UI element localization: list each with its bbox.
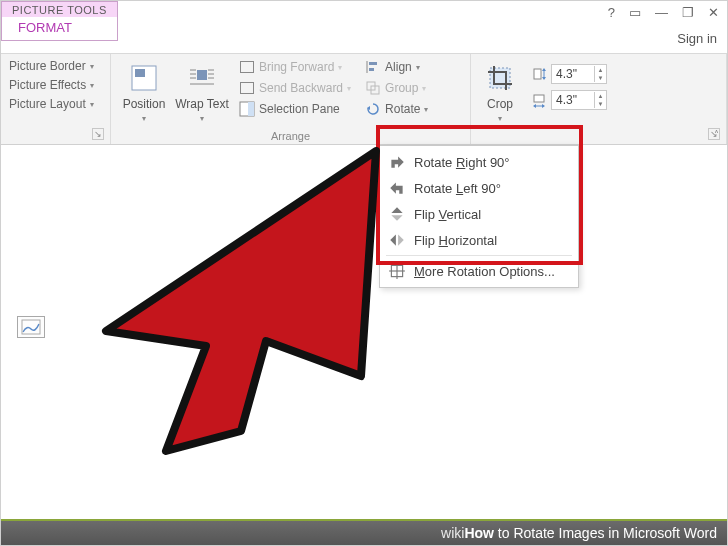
document-area[interactable] xyxy=(1,146,727,519)
caption-text: wikiHow to Rotate Images in Microsoft Wo… xyxy=(441,525,717,541)
height-field[interactable] xyxy=(552,67,594,81)
chevron-down-icon: ▾ xyxy=(416,63,420,72)
chevron-down-icon: ▾ xyxy=(200,114,204,123)
svg-marker-31 xyxy=(390,234,396,245)
help-button[interactable]: ? xyxy=(608,5,615,20)
align-label: Align xyxy=(385,60,412,74)
menu-flip-vertical[interactable]: Flip Vertical xyxy=(380,201,578,227)
chevron-down-icon: ▾ xyxy=(90,81,94,90)
bring-forward-icon xyxy=(239,59,255,75)
app-frame: ? ▭ — ❐ ✕ PICTURE TOOLS FORMAT Sign in P… xyxy=(0,0,728,546)
wrap-text-icon xyxy=(186,62,218,94)
svg-marker-30 xyxy=(391,215,402,221)
layout-options-badge[interactable] xyxy=(17,316,45,338)
ribbon-display-options[interactable]: ▭ xyxy=(629,5,641,20)
close-button[interactable]: ✕ xyxy=(708,5,719,20)
menu-more-rotation-options[interactable]: More Rotation Options... xyxy=(380,258,578,284)
spinner-up[interactable]: ▲ xyxy=(594,66,606,74)
picture-border-label: Picture Border xyxy=(9,59,86,73)
position-label: Position xyxy=(123,97,166,111)
chevron-down-icon: ▾ xyxy=(424,105,428,114)
rotate-label: Rotate xyxy=(385,102,420,116)
group-picture-styles: Picture Border▾ Picture Effects▾ Picture… xyxy=(1,54,111,144)
svg-marker-21 xyxy=(542,68,546,71)
dialog-launcher[interactable]: ↘ xyxy=(92,128,104,140)
picture-effects-button[interactable]: Picture Effects▾ xyxy=(7,77,104,93)
chevron-down-icon: ▾ xyxy=(347,84,351,93)
collapse-ribbon-button[interactable]: ˄ xyxy=(714,129,719,140)
contextual-tab: PICTURE TOOLS FORMAT xyxy=(1,1,118,41)
position-icon xyxy=(128,62,160,94)
flip-horizontal-icon xyxy=(388,232,406,248)
height-input[interactable]: ▲▼ xyxy=(551,64,607,84)
width-field[interactable] xyxy=(552,93,594,107)
group-label-text: Group xyxy=(385,81,418,95)
svg-marker-28 xyxy=(390,182,402,193)
group-icon xyxy=(365,80,381,96)
wrap-text-label: Wrap Text xyxy=(175,97,229,111)
restore-button[interactable]: ❐ xyxy=(682,5,694,20)
picture-effects-label: Picture Effects xyxy=(9,78,86,92)
group-size: Crop ▾ ▲▼ ▲▼ xyxy=(471,54,727,144)
picture-layout-label: Picture Layout xyxy=(9,97,86,111)
send-backward-button[interactable]: Send Backward ▾ xyxy=(237,79,353,97)
wrap-text-button[interactable]: Wrap Text ▾ xyxy=(175,58,229,123)
menu-label: Flip Vertical xyxy=(414,207,481,222)
group-button[interactable]: Group ▾ xyxy=(363,79,430,97)
ribbon: Picture Border▾ Picture Effects▾ Picture… xyxy=(1,53,727,145)
svg-marker-27 xyxy=(391,156,403,167)
more-rotation-icon xyxy=(388,263,406,279)
position-button[interactable]: Position ▾ xyxy=(117,58,171,123)
selection-pane-button[interactable]: Selection Pane xyxy=(237,100,353,118)
picture-layout-button[interactable]: Picture Layout▾ xyxy=(7,96,104,112)
chevron-down-icon: ▾ xyxy=(142,114,146,123)
rotate-left-icon xyxy=(388,180,406,196)
menu-rotate-right-90[interactable]: Rotate Right 90° xyxy=(380,149,578,175)
align-icon xyxy=(365,59,381,75)
picture-border-button[interactable]: Picture Border▾ xyxy=(7,58,104,74)
rotate-right-icon xyxy=(388,154,406,170)
menu-label: Rotate Right 90° xyxy=(414,155,510,170)
chevron-down-icon: ▾ xyxy=(90,62,94,71)
spinner-down[interactable]: ▼ xyxy=(594,74,606,82)
menu-flip-horizontal[interactable]: Flip Horizontal xyxy=(380,227,578,253)
spinner-up[interactable]: ▲ xyxy=(594,92,606,100)
bring-forward-button[interactable]: Bring Forward ▾ xyxy=(237,58,353,76)
align-button[interactable]: Align ▾ xyxy=(363,58,430,76)
height-icon xyxy=(531,66,547,82)
sign-in-link[interactable]: Sign in xyxy=(677,31,717,46)
send-backward-icon xyxy=(239,80,255,96)
group-label-size: ↘ xyxy=(477,140,720,142)
crop-label: Crop xyxy=(487,97,513,111)
rotate-button[interactable]: Rotate ▾ xyxy=(363,100,430,118)
svg-marker-32 xyxy=(398,234,404,245)
svg-marker-26 xyxy=(542,104,545,108)
caption-bar: wikiHow to Rotate Images in Microsoft Wo… xyxy=(1,519,727,545)
tab-format[interactable]: FORMAT xyxy=(1,17,118,41)
svg-rect-14 xyxy=(369,68,374,71)
bring-forward-label: Bring Forward xyxy=(259,60,334,74)
minimize-button[interactable]: — xyxy=(655,5,668,20)
selection-pane-label: Selection Pane xyxy=(259,102,340,116)
menu-rotate-left-90[interactable]: Rotate Left 90° xyxy=(380,175,578,201)
selection-pane-icon xyxy=(239,101,255,117)
spinner-down[interactable]: ▼ xyxy=(594,100,606,108)
menu-label: Rotate Left 90° xyxy=(414,181,501,196)
crop-button[interactable]: Crop ▾ xyxy=(477,58,523,123)
chevron-down-icon: ▾ xyxy=(422,84,426,93)
width-input[interactable]: ▲▼ xyxy=(551,90,607,110)
rotate-menu: Rotate Right 90° Rotate Left 90° Flip Ve… xyxy=(379,145,579,288)
group-label-arrange: Arrange xyxy=(117,128,464,142)
svg-rect-23 xyxy=(534,95,544,102)
chevron-down-icon: ▾ xyxy=(338,63,342,72)
crop-icon xyxy=(484,62,516,94)
group-label: ↘ xyxy=(7,140,104,142)
group-arrange: Position ▾ Wrap Text ▾ Bring Forward ▾ xyxy=(111,54,471,144)
menu-separator xyxy=(386,255,572,256)
send-backward-label: Send Backward xyxy=(259,81,343,95)
svg-marker-25 xyxy=(533,104,536,108)
svg-rect-1 xyxy=(135,69,145,77)
svg-rect-13 xyxy=(369,62,377,65)
width-icon xyxy=(531,92,547,108)
svg-rect-11 xyxy=(248,102,254,116)
